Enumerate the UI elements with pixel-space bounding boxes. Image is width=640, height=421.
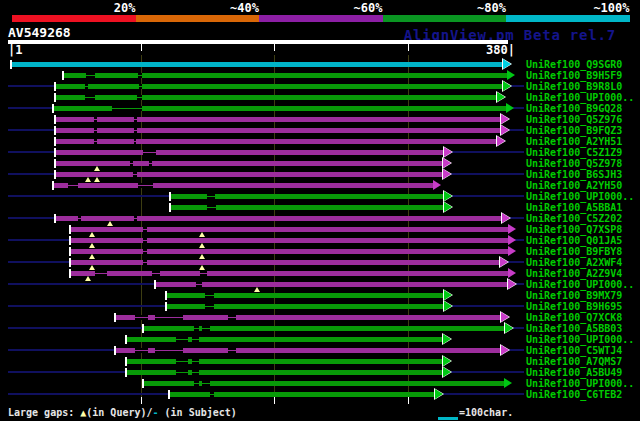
arrowhead-icon [503, 81, 511, 91]
alignment-bar[interactable] [71, 260, 500, 265]
alignment-bar[interactable] [56, 150, 444, 155]
bar-start-tick [114, 313, 116, 322]
bar-start-tick [125, 335, 127, 344]
gap-notch-line [152, 273, 160, 274]
arrowhead-icon [508, 224, 516, 234]
bar-start-tick [54, 137, 56, 146]
bar-start-tick [62, 71, 64, 80]
bar-start-tick [69, 236, 71, 245]
alignment-bar[interactable] [156, 282, 508, 287]
alignment-bar[interactable] [54, 183, 433, 188]
bar-start-tick [69, 247, 71, 256]
bar-start-tick [154, 280, 156, 289]
alignment-bar[interactable] [56, 161, 443, 166]
gap-notch-line [207, 207, 216, 208]
gap-notch-line [176, 372, 188, 373]
alignment-bar[interactable] [56, 139, 497, 144]
gap-notch-line [143, 240, 147, 241]
alignment-bar[interactable] [56, 128, 501, 133]
arrowhead-icon [503, 59, 511, 69]
arrowhead-icon [501, 125, 509, 135]
arrowhead-icon [501, 114, 509, 124]
bar-start-tick [169, 192, 171, 201]
arrowhead-icon [444, 191, 452, 201]
arrowhead-icon [497, 92, 505, 102]
bar-start-tick [165, 291, 167, 300]
gap-notch-line [205, 306, 214, 307]
bar-start-tick [69, 269, 71, 278]
arrowhead-icon [508, 246, 516, 256]
gap-notch-line [130, 163, 133, 164]
gap-notch-line [196, 284, 202, 285]
scale-note: =100char. [459, 407, 513, 418]
gap-notch-line [192, 339, 199, 340]
alignment-bar[interactable] [56, 216, 502, 221]
hit-label[interactable]: UniRef100_C6TEB2 [526, 389, 636, 400]
arrowhead-icon [433, 180, 441, 190]
gap-notch-line [85, 97, 95, 98]
alignment-bar[interactable] [56, 117, 501, 122]
gap-notch-line [228, 350, 236, 351]
alignment-bar[interactable] [127, 359, 443, 364]
bar-start-tick [114, 346, 116, 355]
bar-start-tick [142, 324, 144, 333]
alignment-bar[interactable] [56, 84, 503, 89]
alignment-bar[interactable] [71, 238, 508, 243]
alignment-bar[interactable] [56, 95, 497, 100]
arrowhead-icon [506, 103, 514, 113]
arrowhead-icon [443, 367, 451, 377]
arrowhead-icon [501, 312, 509, 322]
arrowhead-icon [504, 378, 512, 388]
scale-segment-label: ~60% [303, 1, 383, 15]
alignment-bar[interactable] [71, 271, 508, 276]
gap-notch-line [143, 152, 156, 153]
gap-notch-line [133, 174, 137, 175]
alignment-bar[interactable] [56, 172, 443, 177]
arrowhead-icon [443, 356, 451, 366]
gap-notch-line [68, 185, 78, 186]
bar-start-tick [169, 203, 171, 212]
scale-segment-label: ~80% [426, 1, 506, 15]
alignment-row: UniRef100_C6TEB2 [0, 388, 640, 400]
gap-notch-line [155, 350, 183, 351]
gap-notch-line [134, 119, 137, 120]
arrowhead-icon [443, 158, 451, 168]
alignment-bar[interactable] [71, 249, 508, 254]
gap-notch-line [149, 163, 152, 164]
bar-start-tick [54, 214, 56, 223]
bar-start-tick [54, 159, 56, 168]
gap-notch-line [94, 119, 97, 120]
alignment-bar[interactable] [127, 370, 443, 375]
arrowhead-icon [508, 279, 516, 289]
query-id: AV549268 [8, 25, 71, 40]
gaps-legend-prefix: Large gaps: [8, 407, 80, 418]
gap-notch-line [207, 196, 215, 197]
arrowhead-icon [505, 323, 513, 333]
gap-notch-line [94, 130, 97, 131]
alignment-bar[interactable] [64, 73, 507, 78]
alignment-bar[interactable] [12, 62, 503, 67]
bar-start-tick [54, 126, 56, 135]
gap-notch-line [202, 383, 210, 384]
scale-segment-label: ~100% [550, 1, 630, 15]
scale-segment-label: 20% [56, 1, 136, 15]
bar-start-tick [125, 357, 127, 366]
gap-notch-line [143, 262, 147, 263]
bar-start-tick [54, 148, 56, 157]
ruler-tick [141, 44, 142, 51]
bar-start-tick [69, 225, 71, 234]
gap-notch-line [176, 361, 188, 362]
arrowhead-icon [444, 202, 452, 212]
ruler-tick [274, 44, 275, 51]
gaps-legend: Large gaps: ▲(in Query)/- (in Subject) [8, 407, 237, 418]
arrowhead-icon [444, 147, 452, 157]
gap-notch-line [85, 86, 88, 87]
alignment-bar[interactable] [127, 337, 443, 342]
bar-start-tick [54, 170, 56, 179]
bar-start-tick [54, 93, 56, 102]
bar-start-tick [69, 258, 71, 267]
bar-start-tick [168, 390, 170, 399]
alignment-bar[interactable] [71, 227, 508, 232]
bar-start-tick [125, 368, 127, 377]
gap-notch-line [210, 394, 214, 395]
